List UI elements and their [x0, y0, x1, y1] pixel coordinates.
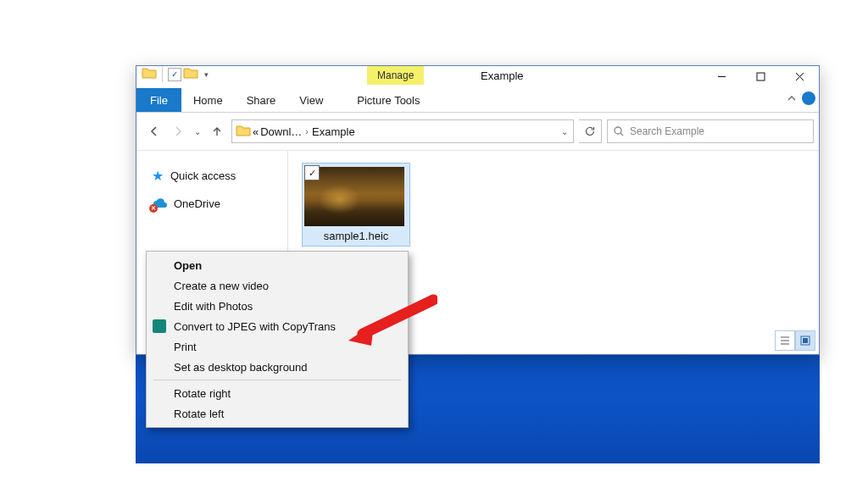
address-bar[interactable]: « Downl… › Example ⌄ [231, 119, 574, 143]
view-toggle-group [775, 330, 815, 351]
ribbon-tab-file[interactable]: File [136, 88, 181, 112]
refresh-button[interactable] [579, 119, 602, 143]
ribbon-context-tab-manage[interactable]: Manage [367, 66, 424, 85]
window-title: Example [481, 69, 524, 82]
view-details-button[interactable] [775, 330, 795, 351]
navigation-row: ⌄ « Downl… › Example ⌄ [136, 113, 819, 151]
onedrive-error-badge-icon: ✕ [149, 204, 158, 213]
breadcrumb-segment-1[interactable]: Downl… [260, 125, 302, 138]
context-menu-item-edit-photos[interactable]: Edit with Photos [147, 296, 408, 316]
view-large-icons-button[interactable] [795, 330, 815, 351]
qat-properties-icon[interactable]: ✓ [168, 68, 181, 81]
folder-icon [236, 124, 251, 140]
ribbon-tab-view[interactable]: View [287, 88, 335, 112]
breadcrumb-segment-2[interactable]: Example [312, 125, 355, 138]
context-menu-item-open[interactable]: Open [147, 255, 408, 275]
breadcrumb-prefix: « [253, 125, 259, 138]
sidebar-item-quick-access[interactable]: ★ Quick access [152, 168, 287, 184]
context-menu-item-rotate-left[interactable]: Rotate left [147, 403, 408, 424]
history-dropdown-icon[interactable]: ⌄ [192, 127, 203, 136]
ribbon-tab-share[interactable]: Share [235, 88, 288, 112]
context-menu-item-label: Convert to JPEG with CopyTrans [174, 320, 336, 333]
help-icon[interactable] [802, 92, 815, 105]
svg-rect-0 [757, 73, 765, 80]
minimize-button[interactable] [702, 66, 741, 86]
svg-point-1 [615, 127, 621, 134]
ribbon-tab-home[interactable]: Home [181, 88, 235, 112]
svg-rect-3 [803, 338, 808, 343]
context-menu-item-create-video[interactable]: Create a new video [147, 275, 408, 296]
file-item-checkbox[interactable]: ✓ [304, 165, 320, 180]
ribbon-tabs: File Home Share View Picture Tools [136, 88, 819, 113]
up-button[interactable] [208, 122, 226, 141]
context-menu-item-rotate-right[interactable]: Rotate right [147, 383, 408, 403]
folder-icon [183, 66, 198, 82]
copytrans-icon [153, 319, 166, 333]
folder-icon [142, 66, 157, 82]
chevron-right-icon[interactable]: › [303, 126, 310, 136]
close-button[interactable] [780, 66, 819, 86]
qat-overflow-icon[interactable]: ▾ [200, 68, 212, 81]
context-menu-separator [153, 380, 401, 380]
address-dropdown-icon[interactable]: ⌄ [561, 127, 570, 136]
file-item-label: sample1.heic [304, 226, 408, 244]
back-button[interactable] [145, 122, 164, 141]
file-item-sample1[interactable]: ✓ sample1.heic [302, 163, 410, 247]
maximize-button[interactable] [741, 66, 780, 86]
context-menu: Open Create a new video Edit with Photos… [146, 251, 409, 428]
context-menu-item-convert-jpeg[interactable]: Convert to JPEG with CopyTrans [147, 316, 408, 336]
search-icon [613, 125, 625, 137]
sidebar-item-label: OneDrive [174, 197, 220, 210]
sidebar-item-label: Quick access [170, 169, 236, 182]
sidebar-item-onedrive[interactable]: ✕ OneDrive [152, 197, 287, 210]
search-input[interactable]: Search Example [607, 119, 814, 143]
onedrive-cloud-icon: ✕ [152, 198, 167, 210]
context-menu-item-print[interactable]: Print [147, 336, 408, 357]
ribbon-collapse-icon[interactable] [787, 93, 797, 106]
forward-button[interactable] [169, 122, 187, 141]
context-menu-item-set-desktop-bg[interactable]: Set as desktop background [147, 357, 408, 377]
ribbon-tab-picture-tools[interactable]: Picture Tools [345, 88, 431, 112]
titlebar: ✓ ▾ Manage Example [136, 66, 819, 88]
search-placeholder: Search Example [630, 125, 704, 137]
qat-divider [162, 67, 163, 82]
quick-access-star-icon: ★ [152, 168, 164, 184]
